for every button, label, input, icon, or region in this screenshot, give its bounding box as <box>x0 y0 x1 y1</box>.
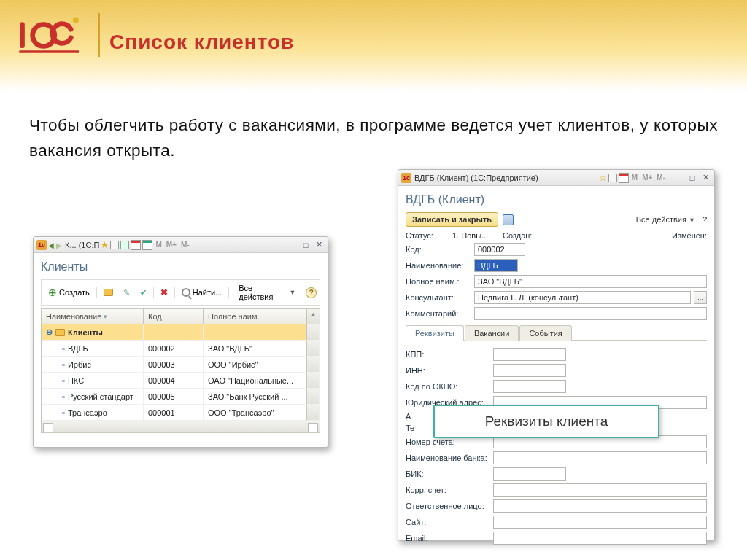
forward-icon[interactable]: ▶ <box>56 241 62 249</box>
bank-field[interactable] <box>493 451 707 464</box>
okpo-field[interactable] <box>493 380 566 393</box>
table-row[interactable]: ▫ Русский стандарт000005ЗАО "Банк Русски… <box>42 389 320 405</box>
help-icon[interactable]: ? <box>306 287 317 298</box>
consultant-field[interactable] <box>474 291 691 304</box>
toolbar-icon-2[interactable] <box>120 241 129 249</box>
tab-events[interactable]: События <box>519 325 571 341</box>
all-actions-label: Все действия <box>239 284 287 301</box>
table-row[interactable]: ▫ НКС000004ОАО "Национальные... <box>42 373 320 389</box>
code-field[interactable] <box>474 243 525 256</box>
mem-mminus[interactable]: M- <box>655 174 667 182</box>
site-field[interactable] <box>493 516 707 529</box>
client-card-window: 1c ВДГБ (Клиент) (1С:Предприятие) ☆ M M+… <box>398 169 715 541</box>
toolbar-icon-1[interactable] <box>608 174 617 182</box>
mem-mminus[interactable]: M- <box>179 241 191 249</box>
table-row[interactable]: ▫ Трансаэро000001ООО "Трансаэро" <box>42 405 320 421</box>
minimize-icon[interactable]: – <box>287 239 298 251</box>
titlebar[interactable]: 1c ◀ ▶ К... (1С:П ★ M M+ M- – □ ✕ <box>34 237 328 253</box>
status-value[interactable]: 1. Новы... <box>452 231 500 240</box>
tab-vacancies[interactable]: Вакансии <box>465 325 519 341</box>
svg-point-0 <box>73 18 79 23</box>
all-actions-button[interactable]: Все действия ▼ <box>636 215 695 224</box>
chevron-down-icon: ▼ <box>689 217 695 224</box>
col-code[interactable]: Код <box>144 309 204 324</box>
close-icon[interactable]: ✕ <box>700 172 711 184</box>
hscroll[interactable] <box>42 421 320 432</box>
mem-m[interactable]: M <box>154 241 163 249</box>
item-icon: ▫ <box>62 344 65 353</box>
favorite-icon[interactable]: ☆ <box>599 173 607 183</box>
korr-field[interactable] <box>493 483 707 497</box>
inn-label: ИНН: <box>406 366 493 375</box>
bik-field[interactable] <box>493 467 566 481</box>
vscroll[interactable]: ▲ <box>306 309 320 324</box>
resp-field[interactable] <box>493 499 707 513</box>
close-icon[interactable]: ✕ <box>313 239 325 251</box>
titlebar[interactable]: 1c ВДГБ (Клиент) (1С:Предприятие) ☆ M M+… <box>398 170 714 186</box>
collapse-icon[interactable]: ⊖ <box>46 327 53 337</box>
fullname-label: Полное наим.: <box>406 277 471 286</box>
col-full[interactable]: Полное наим. <box>204 309 306 324</box>
window-title: ВДГБ (Клиент) (1С:Предприятие) <box>414 174 538 182</box>
name-field[interactable] <box>474 259 518 272</box>
table-row[interactable]: ▫ ВДГБ000002ЗАО "ВДГБ" <box>42 341 320 357</box>
bik-label: БИК: <box>406 470 493 478</box>
comment-field[interactable] <box>474 307 707 320</box>
maximize-icon[interactable]: □ <box>300 239 311 251</box>
create-button[interactable]: ⊕ Создать <box>44 285 93 300</box>
toolbar-icon-1[interactable] <box>110 241 119 249</box>
copy-button[interactable]: ✎ <box>120 287 133 299</box>
delete-button[interactable]: ✖ <box>157 286 171 299</box>
email-field[interactable] <box>493 532 707 545</box>
edit-button[interactable]: ✔ <box>136 287 150 299</box>
mem-mplus[interactable]: M+ <box>165 241 178 249</box>
select-button[interactable]: ... <box>694 291 707 304</box>
calendar-icon[interactable] <box>131 240 141 250</box>
table-row[interactable]: ▫ Ирбис000003ООО "Ирбис" <box>42 357 320 373</box>
email-label: Email: <box>406 534 493 542</box>
find-label: Найти... <box>193 288 222 297</box>
create-label: Создать <box>59 288 90 297</box>
item-icon: ▫ <box>62 376 65 385</box>
favorite-icon[interactable]: ★ <box>101 240 109 250</box>
site-label: Сайт: <box>406 518 493 526</box>
help-icon[interactable]: ? <box>703 215 707 224</box>
bank-label: Наименование банка: <box>406 454 493 462</box>
find-button[interactable]: Найти... <box>178 287 226 298</box>
col-name[interactable]: Наименование▾ <box>42 309 144 324</box>
slide-body: Чтобы облегчить работу с вакансиями, в п… <box>29 113 718 164</box>
nav-back-forward[interactable]: ◀ ▶ <box>48 241 62 249</box>
toolbar: ⊕ Создать ✎ ✔ ✖ Найти... Все действия ▼ … <box>41 279 320 306</box>
disk-icon[interactable] <box>503 214 514 225</box>
save-button[interactable]: Записать и закрыть <box>406 212 498 227</box>
consult-label: Консультант: <box>406 293 471 302</box>
tab-requisites[interactable]: Реквизиты <box>406 325 464 341</box>
all-actions-button[interactable]: Все действия ▼ <box>235 282 299 303</box>
item-icon: ▫ <box>62 360 65 369</box>
status-label: Статус: <box>406 231 449 240</box>
calendar2-icon[interactable] <box>142 240 152 250</box>
item-icon: ▫ <box>62 392 65 401</box>
okpo-label: Код по ОКПО: <box>406 382 493 391</box>
back-icon[interactable]: ◀ <box>48 241 54 249</box>
mem-mplus[interactable]: M+ <box>640 174 654 182</box>
changed-label: Изменен: <box>663 231 707 240</box>
inn-field[interactable] <box>493 364 566 377</box>
acct-label: Номер счета: <box>406 438 493 446</box>
mem-m[interactable]: M <box>630 174 639 182</box>
kpp-field[interactable] <box>493 348 566 361</box>
resp-label: Ответственное лицо: <box>406 502 493 510</box>
divider <box>98 13 100 57</box>
table-row[interactable]: ⊖Клиенты <box>42 324 320 341</box>
plus-icon: ⊕ <box>48 287 57 298</box>
add-folder-button[interactable] <box>100 287 117 298</box>
name-label: Наименование: <box>406 261 471 270</box>
created-label: Создан: <box>503 231 539 240</box>
clients-table: Наименование▾ Код Полное наим. ▲ ⊖Клиент… <box>41 308 320 433</box>
callout-requisites: Реквизиты клиента <box>433 405 659 438</box>
minimize-icon[interactable]: – <box>673 172 685 184</box>
fullname-field[interactable] <box>474 275 707 288</box>
maximize-icon[interactable]: □ <box>686 172 698 184</box>
calendar-icon[interactable] <box>619 173 629 183</box>
item-icon: ▫ <box>62 408 65 417</box>
